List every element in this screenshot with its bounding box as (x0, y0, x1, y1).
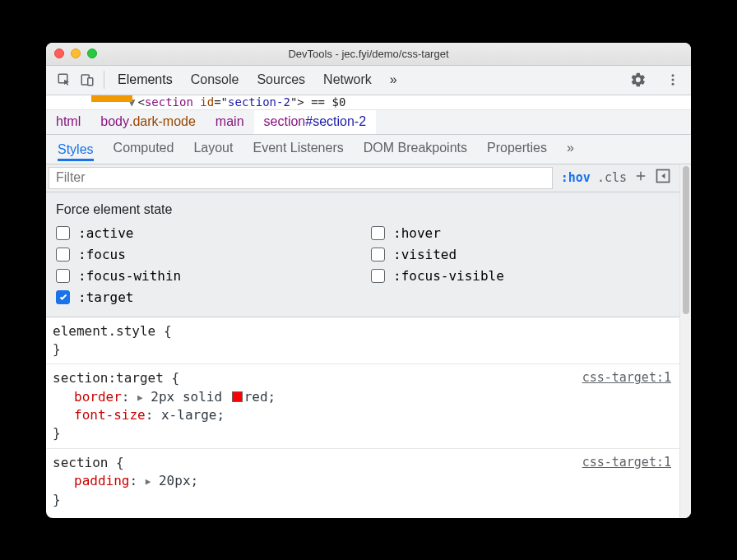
kebab-menu-icon[interactable] (661, 68, 684, 91)
styles-filter-input[interactable] (49, 167, 553, 189)
checkbox-icon[interactable] (56, 226, 70, 240)
checkbox-icon[interactable] (56, 269, 70, 283)
minimize-icon[interactable] (71, 49, 81, 58)
state-label: :active (78, 225, 133, 241)
source-link[interactable]: css-target:1 (582, 369, 671, 386)
crumb-main[interactable]: main (206, 110, 254, 134)
declaration[interactable]: font-size: x-large; (53, 406, 671, 424)
svg-rect-2 (88, 78, 93, 86)
new-style-rule-icon[interactable] (633, 169, 648, 187)
toggle-cls-button[interactable]: .cls (597, 170, 627, 185)
toggle-hov-button[interactable]: :hov (561, 170, 591, 185)
state-item-hover[interactable]: :hover (371, 225, 670, 241)
state-label: :focus-within (78, 268, 181, 284)
subtab-styles[interactable]: Styles (58, 140, 94, 161)
svg-point-5 (672, 83, 674, 86)
state-item-visited[interactable]: :visited (371, 247, 670, 262)
declaration[interactable]: border: ▶ 2px solid red; (53, 388, 671, 406)
panel-tabs: Elements Console Sources Network » (118, 72, 627, 87)
expand-icon[interactable]: ▶ (146, 476, 151, 487)
state-item-focus[interactable]: :focus (56, 247, 355, 262)
tab-sources[interactable]: Sources (257, 72, 305, 87)
crumb-html[interactable]: html (46, 110, 90, 134)
state-label: :hover (393, 225, 441, 241)
checkbox-icon[interactable] (371, 226, 385, 240)
source-link[interactable]: css-target:1 (582, 454, 671, 471)
rule-selector[interactable]: element.style (53, 323, 155, 339)
subtab-event-listeners[interactable]: Event Listeners (253, 141, 343, 157)
rule-selector[interactable]: section (53, 455, 108, 470)
breadcrumb: html body.dark-mode main section#section… (46, 110, 691, 135)
svg-point-3 (672, 74, 674, 76)
titlebar: DevTools - jec.fyi/demo/css-target (46, 43, 691, 66)
expand-icon[interactable]: ▶ (137, 391, 143, 402)
subtab-properties[interactable]: Properties (487, 141, 547, 157)
tab-console[interactable]: Console (191, 72, 239, 87)
property-name[interactable]: padding (74, 473, 129, 488)
state-label: :visited (393, 247, 457, 262)
css-rule[interactable]: css-target:1section {padding: ▶ 20px;} (46, 449, 679, 514)
state-label: :focus-visible (393, 268, 504, 284)
property-name[interactable]: font-size (74, 407, 146, 423)
settings-icon[interactable] (627, 68, 650, 91)
color-swatch-icon[interactable] (232, 391, 243, 402)
devtools-window: DevTools - jec.fyi/demo/css-target Eleme… (46, 43, 691, 518)
state-label: :focus (78, 247, 126, 262)
force-state-panel: Force element state :active:hover:focus:… (46, 192, 679, 317)
declaration[interactable]: padding: ▶ 20px; (53, 472, 671, 490)
separator (104, 71, 104, 89)
filter-row: :hov .cls (46, 164, 679, 192)
device-toolbar-icon[interactable] (76, 68, 99, 91)
scrollbar-thumb[interactable] (683, 166, 689, 314)
maximize-icon[interactable] (87, 49, 97, 58)
dom-tree-peek[interactable]: ▼<section id="section-2"> == $0 (46, 95, 691, 110)
rule-selector[interactable]: section:target (53, 370, 164, 386)
main-toolbar: Elements Console Sources Network » (46, 66, 691, 95)
state-label: :target (78, 289, 133, 305)
styles-sub-tabs: Styles Computed Layout Event Listeners D… (46, 135, 691, 164)
close-icon[interactable] (54, 49, 64, 58)
state-item-active[interactable]: :active (56, 225, 355, 241)
subtab-dom-breakpoints[interactable]: DOM Breakpoints (364, 141, 467, 157)
computed-sidebar-icon[interactable] (655, 168, 671, 187)
state-item-focus-within[interactable]: :focus-within (56, 268, 355, 284)
subtabs-overflow-icon[interactable]: » (567, 141, 574, 157)
css-rule[interactable]: element.style {} (46, 317, 679, 365)
state-item-target[interactable]: :target (56, 289, 355, 305)
force-state-title: Force element state (56, 202, 670, 217)
checkbox-icon[interactable] (371, 248, 385, 261)
css-rule[interactable]: css-target:1section:target {border: ▶ 2p… (46, 364, 679, 449)
property-name[interactable]: border (74, 389, 122, 405)
svg-point-4 (672, 79, 674, 81)
checkbox-icon[interactable] (56, 290, 70, 304)
scrollbar[interactable] (679, 164, 691, 518)
crumb-section[interactable]: section#section-2 (254, 110, 377, 134)
tab-network[interactable]: Network (323, 72, 372, 87)
checkbox-icon[interactable] (56, 248, 70, 261)
state-item-focus-visible[interactable]: :focus-visible (371, 268, 670, 284)
subtab-computed[interactable]: Computed (114, 141, 174, 157)
crumb-body[interactable]: body.dark-mode (90, 110, 206, 134)
subtab-layout[interactable]: Layout (193, 141, 233, 157)
traffic-lights (54, 49, 97, 58)
window-title: DevTools - jec.fyi/demo/css-target (54, 48, 683, 60)
tabs-overflow-icon[interactable]: » (390, 72, 397, 87)
tab-elements[interactable]: Elements (118, 72, 173, 87)
inspect-icon[interactable] (53, 68, 76, 91)
checkbox-icon[interactable] (371, 269, 385, 283)
